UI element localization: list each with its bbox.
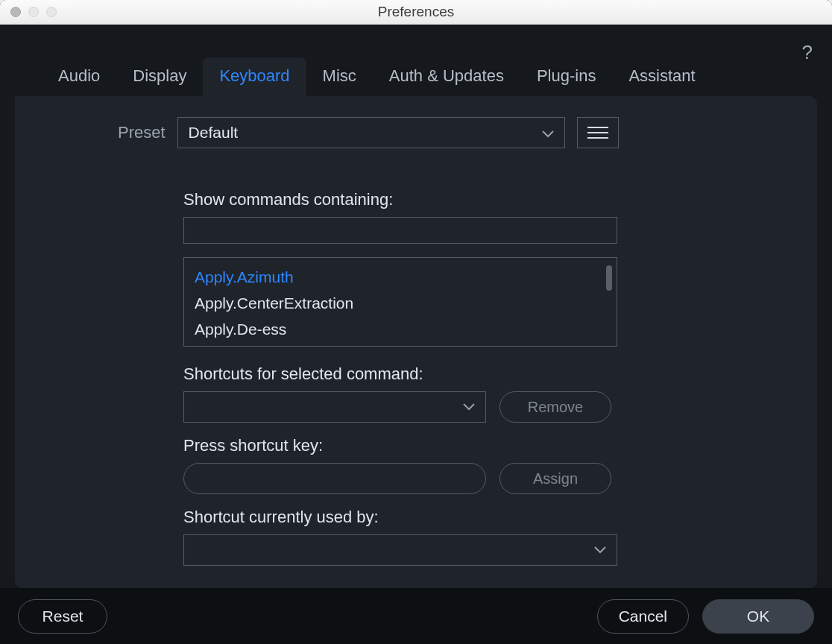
chevron-down-icon [594,543,606,557]
command-item[interactable]: Apply.CenterExtraction [195,290,606,316]
preset-label: Preset [118,123,166,142]
chevron-down-icon [463,400,475,414]
show-commands-label: Show commands containing: [183,190,668,209]
maximize-icon[interactable] [46,7,57,17]
tab-plugins[interactable]: Plug-ins [520,57,612,96]
tab-bar: Audio Display Keyboard Misc Auth & Updat… [15,57,817,96]
hamburger-icon [587,127,608,128]
help-icon[interactable]: ? [802,41,813,64]
used-by-label: Shortcut currently used by: [183,508,668,527]
scrollbar-thumb[interactable] [606,265,612,291]
keyboard-panel: Preset Default Show commands containing: [15,96,817,588]
chevron-down-icon [542,124,554,142]
preset-select[interactable]: Default [177,117,565,148]
titlebar: Preferences [0,0,832,25]
tab-audio[interactable]: Audio [42,57,116,96]
preset-row: Preset Default [118,117,787,148]
preset-menu-button[interactable] [577,117,619,148]
content: ? Audio Display Keyboard Misc Auth & Upd… [0,25,832,588]
minimize-icon[interactable] [28,7,39,17]
shortcut-key-input[interactable] [183,463,486,494]
cancel-button[interactable]: Cancel [597,599,689,634]
command-item[interactable]: Apply.Azimuth [195,264,606,290]
command-list[interactable]: Apply.Azimuth Apply.CenterExtraction App… [183,257,617,347]
preferences-window: Preferences ? Audio Display Keyboard Mis… [0,0,832,644]
reset-button[interactable]: Reset [18,599,107,634]
tab-auth-updates[interactable]: Auth & Updates [373,57,520,96]
commands-section: Show commands containing: Apply.Azimuth … [183,190,668,566]
footer: Reset Cancel OK [0,588,832,644]
assign-button[interactable]: Assign [499,463,611,494]
shortcut-select[interactable] [183,391,486,423]
tab-assistant[interactable]: Assistant [612,57,711,96]
tab-keyboard[interactable]: Keyboard [203,57,306,96]
used-by-select[interactable] [183,534,617,566]
tab-misc[interactable]: Misc [306,57,373,96]
ok-button[interactable]: OK [702,599,814,634]
preset-value: Default [189,124,239,142]
window-controls [10,7,57,17]
window-title: Preferences [0,4,832,20]
command-item[interactable]: Apply.De-ess [195,316,606,342]
press-shortcut-label: Press shortcut key: [183,436,668,455]
close-icon[interactable] [10,7,21,17]
command-search-input[interactable] [183,217,617,244]
remove-button[interactable]: Remove [499,391,611,423]
tab-display[interactable]: Display [116,57,203,96]
shortcuts-selected-label: Shortcuts for selected command: [183,364,668,384]
